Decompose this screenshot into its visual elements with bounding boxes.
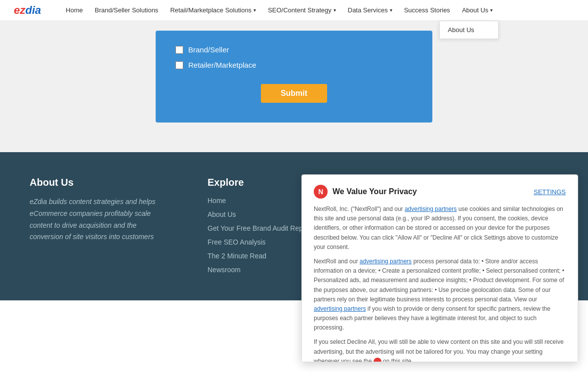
privacy-header: N We Value Your Privacy SETTINGS bbox=[314, 185, 566, 199]
form-card: Brand/Seller Retailer/Marketplace Submit bbox=[156, 31, 432, 123]
dropdown-about-us[interactable]: About Us bbox=[440, 21, 498, 39]
nav-retail[interactable]: Retail/Marketplace Solutions ▾ bbox=[164, 0, 262, 21]
about-dropdown-menu: About Us bbox=[439, 21, 499, 39]
checkbox-brand-seller-input[interactable] bbox=[175, 46, 183, 54]
main-content: Brand/Seller Retailer/Marketplace Submit bbox=[0, 21, 588, 152]
nav-about-dropdown: About Us ▾ About Us bbox=[456, 0, 499, 21]
footer-link-seo[interactable]: Free SEO Analysis bbox=[208, 238, 266, 246]
chevron-down-icon: ▾ bbox=[490, 7, 493, 13]
privacy-body-section-2: NextRoll and our advertising partners pr… bbox=[314, 257, 566, 300]
checkbox-group: Brand/Seller Retailer/Marketplace bbox=[175, 45, 256, 69]
chevron-down-icon: ▾ bbox=[253, 7, 256, 13]
nav-seo[interactable]: SEO/Content Strategy ▾ bbox=[262, 0, 342, 21]
footer-about-text: eZdia builds content strategies and help… bbox=[30, 196, 168, 243]
checkbox-retailer-input[interactable] bbox=[175, 61, 183, 69]
privacy-modal: N We Value Your Privacy SETTINGS NextRol… bbox=[301, 174, 578, 300]
nav-success[interactable]: Success Stories bbox=[398, 0, 456, 21]
checkbox-retailer[interactable]: Retailer/Marketplace bbox=[175, 61, 256, 69]
chevron-down-icon: ▾ bbox=[334, 7, 336, 13]
logo-ez: ez bbox=[14, 4, 25, 16]
nav-links: Home Brand/Seller Solutions Retail/Marke… bbox=[60, 0, 578, 21]
privacy-body-section-1: NextRoll, Inc. ("NextRoll") and our adve… bbox=[314, 205, 566, 252]
submit-button[interactable]: Submit bbox=[261, 84, 327, 103]
footer-link-home[interactable]: Home bbox=[208, 197, 226, 205]
footer-about-heading: About Us bbox=[30, 177, 168, 188]
privacy-body: NextRoll, Inc. ("NextRoll") and our adve… bbox=[314, 205, 566, 300]
chevron-down-icon: ▾ bbox=[390, 7, 392, 13]
nav-home[interactable]: Home bbox=[60, 0, 89, 21]
footer-link-2min-read[interactable]: The 2 Minute Read bbox=[208, 252, 266, 260]
checkbox-retailer-label: Retailer/Marketplace bbox=[188, 61, 256, 69]
navbar: ezdia Home Brand/Seller Solutions Retail… bbox=[0, 0, 588, 21]
footer-link-about[interactable]: About Us bbox=[208, 210, 236, 218]
checkbox-brand-seller[interactable]: Brand/Seller bbox=[175, 45, 256, 54]
privacy-settings-link[interactable]: SETTINGS bbox=[534, 188, 566, 196]
logo-dia: dia bbox=[25, 4, 41, 16]
nav-brand-seller[interactable]: Brand/Seller Solutions bbox=[89, 0, 165, 21]
footer-link-newsroom[interactable]: Newsroom bbox=[208, 266, 241, 274]
advertising-partners-link-1[interactable]: advertising partners bbox=[405, 206, 457, 212]
advertising-partners-link-2[interactable]: advertising partners bbox=[360, 258, 412, 265]
privacy-header-left: N We Value Your Privacy bbox=[314, 185, 417, 199]
nav-about[interactable]: About Us ▾ bbox=[456, 0, 499, 21]
privacy-title: We Value Your Privacy bbox=[333, 187, 417, 196]
nav-data[interactable]: Data Services ▾ bbox=[342, 0, 398, 21]
privacy-logo-icon: N bbox=[314, 185, 328, 199]
checkbox-brand-seller-label: Brand/Seller bbox=[188, 45, 229, 54]
footer-about-section: About Us eZdia builds content strategies… bbox=[30, 177, 168, 281]
site-logo[interactable]: ezdia bbox=[10, 3, 45, 18]
